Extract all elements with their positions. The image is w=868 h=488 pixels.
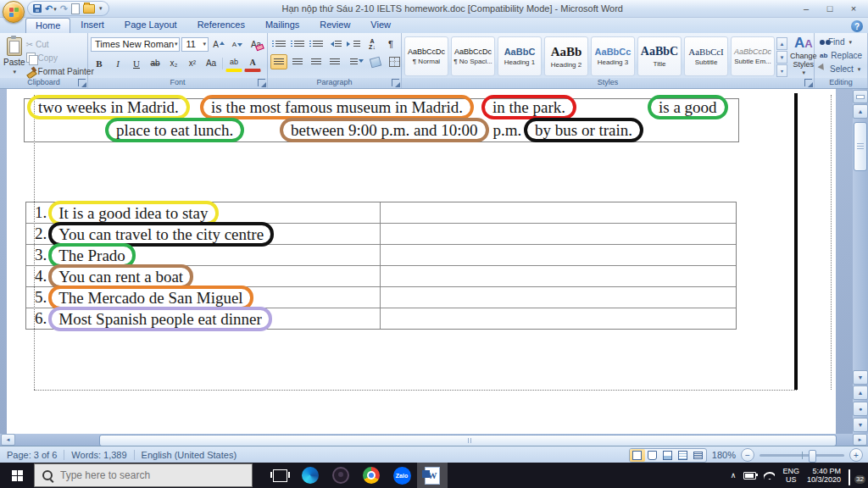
- clear-formatting-button[interactable]: Aa: [248, 36, 264, 52]
- align-center-button[interactable]: [289, 54, 306, 69]
- new-document-button[interactable]: [71, 3, 80, 14]
- tab-review[interactable]: Review: [309, 17, 360, 33]
- format-painter-button[interactable]: Format Painter: [26, 65, 94, 77]
- tray-expand-chevron[interactable]: ∧: [731, 471, 737, 480]
- replace-button[interactable]: abReplace: [820, 50, 865, 61]
- horizontal-scrollbar[interactable]: ◄ ►: [0, 434, 868, 446]
- scroll-up-button[interactable]: ▲: [853, 104, 868, 119]
- style-no-spacing[interactable]: AaBbCcDc¶ No Spaci...: [451, 36, 495, 76]
- row-oval-lavender[interactable]: Most Spanish people eat dinner: [48, 307, 272, 331]
- paste-button[interactable]: Paste ▾: [3, 35, 26, 77]
- view-ruler-button[interactable]: [853, 90, 868, 103]
- search-input[interactable]: [58, 469, 231, 482]
- increase-indent-button[interactable]: [345, 36, 362, 52]
- restore-button[interactable]: □: [819, 3, 841, 15]
- bold-button[interactable]: B: [91, 56, 108, 71]
- media-app-taskbar-button[interactable]: [326, 463, 356, 488]
- outline-view-button[interactable]: [676, 449, 691, 462]
- redo-button[interactable]: ↷: [60, 4, 68, 14]
- word-count[interactable]: Words: 1,389: [64, 450, 133, 460]
- copy-button[interactable]: Copy: [26, 52, 94, 64]
- language-indicator[interactable]: English (United States): [135, 450, 244, 460]
- borders-button[interactable]: [386, 54, 403, 69]
- tab-home[interactable]: Home: [25, 18, 70, 33]
- style-heading-1[interactable]: AaBbCHeading 1: [498, 36, 542, 76]
- phrase-oval-green[interactable]: is a good: [648, 95, 728, 119]
- italic-button[interactable]: I: [109, 56, 126, 71]
- clock[interactable]: 5:40 PM 10/3/2020: [807, 467, 841, 484]
- align-left-button[interactable]: [270, 54, 287, 69]
- find-button[interactable]: Find▾: [820, 36, 865, 47]
- tab-mailings[interactable]: Mailings: [255, 17, 309, 33]
- style-scroll-down-button[interactable]: ▼: [776, 51, 787, 64]
- font-size-combo[interactable]: 11▾: [181, 37, 209, 52]
- styles-dialog-launcher[interactable]: [804, 79, 812, 86]
- style-subtle-emphasis[interactable]: AaBbCcDcSubtle Em...: [731, 36, 775, 76]
- language-switcher[interactable]: ENG US: [782, 467, 799, 484]
- numbering-button[interactable]: [289, 36, 306, 52]
- customize-qat-button[interactable]: ▾: [99, 5, 103, 12]
- tab-references[interactable]: References: [187, 17, 255, 33]
- document-page[interactable]: two weeks in Madrid. is the most famous …: [7, 88, 836, 434]
- draft-view-button[interactable]: [691, 449, 706, 462]
- show-hide-formatting-button[interactable]: ¶: [382, 36, 399, 52]
- font-name-dropdown-icon[interactable]: ▾: [175, 41, 178, 47]
- help-button[interactable]: ?: [851, 20, 863, 32]
- grow-font-button[interactable]: A: [210, 36, 227, 52]
- style-gallery-more-button[interactable]: ▾: [776, 64, 787, 77]
- font-color-button[interactable]: A: [244, 54, 261, 72]
- full-screen-reading-view-button[interactable]: [645, 449, 660, 462]
- decrease-indent-button[interactable]: [326, 36, 343, 52]
- scroll-down-button[interactable]: ▼: [853, 370, 868, 385]
- align-right-button[interactable]: [308, 54, 325, 69]
- open-button[interactable]: [83, 4, 95, 14]
- phrase-oval-green-2[interactable]: place to eat lunch.: [105, 118, 244, 142]
- page-indicator[interactable]: Page: 3 of 6: [0, 450, 64, 460]
- zoom-slider-thumb[interactable]: [809, 450, 816, 463]
- clipboard-dialog-launcher[interactable]: [78, 79, 86, 86]
- font-size-dropdown-icon[interactable]: ▾: [203, 41, 206, 47]
- sort-button[interactable]: AZ↓: [364, 36, 381, 52]
- bullets-button[interactable]: [270, 36, 287, 52]
- start-button[interactable]: [0, 463, 34, 488]
- paste-dropdown-icon[interactable]: ▾: [14, 69, 17, 75]
- phrase-oval-brown[interactable]: between 9:00 p.m. and 10:00: [280, 118, 489, 142]
- select-dropdown-icon[interactable]: ▾: [858, 66, 861, 73]
- phrase-oval-orange[interactable]: is the most famous museum in Madrid.: [200, 95, 474, 119]
- undo-button[interactable]: ↶▾: [45, 4, 57, 14]
- font-dialog-launcher[interactable]: [258, 79, 265, 86]
- select-browse-object-button[interactable]: ●: [853, 402, 868, 416]
- subscript-button[interactable]: x₂: [165, 56, 182, 71]
- superscript-button[interactable]: x²: [184, 56, 201, 71]
- phrase-oval-black[interactable]: by bus or train.: [524, 118, 643, 142]
- multilevel-list-button[interactable]: [308, 36, 325, 52]
- zoom-out-button[interactable]: −: [741, 448, 754, 462]
- web-layout-view-button[interactable]: [660, 449, 676, 462]
- word-taskbar-button[interactable]: W: [417, 463, 448, 488]
- next-page-button[interactable]: ▼: [853, 418, 868, 432]
- style-title[interactable]: AaBbCTitle: [637, 36, 682, 76]
- shrink-font-button[interactable]: A: [229, 36, 246, 52]
- style-normal[interactable]: AaBbCcDc¶ Normal: [404, 36, 448, 76]
- find-dropdown-icon[interactable]: ▾: [849, 39, 852, 46]
- action-center-button[interactable]: 32: [849, 470, 861, 481]
- change-styles-dropdown-icon[interactable]: ▾: [803, 69, 806, 76]
- strikethrough-button[interactable]: ab: [147, 56, 164, 71]
- zoom-in-button[interactable]: +: [849, 448, 863, 462]
- taskbar-search-box[interactable]: [34, 463, 253, 487]
- change-case-button[interactable]: Aa: [203, 56, 220, 71]
- phrase-oval-yellow[interactable]: two weeks in Madrid.: [27, 95, 190, 119]
- task-view-button[interactable]: [264, 463, 295, 488]
- scroll-left-button[interactable]: ◄: [1, 434, 15, 446]
- style-heading-2[interactable]: AaBbHeading 2: [544, 36, 588, 76]
- zoom-slider[interactable]: [760, 454, 844, 457]
- edge-taskbar-button[interactable]: [295, 463, 326, 488]
- scroll-right-button[interactable]: ►: [853, 434, 867, 446]
- tab-insert[interactable]: Insert: [70, 17, 114, 33]
- style-subtitle[interactable]: AaBbCcISubtitle: [684, 36, 728, 76]
- justify-button[interactable]: [326, 54, 343, 69]
- chrome-taskbar-button[interactable]: [356, 463, 387, 488]
- vertical-scrollbar[interactable]: ▲ ▼ ▲ ● ▼: [853, 88, 868, 434]
- close-button[interactable]: ×: [843, 3, 865, 15]
- style-scroll-up-button[interactable]: ▲: [776, 37, 787, 50]
